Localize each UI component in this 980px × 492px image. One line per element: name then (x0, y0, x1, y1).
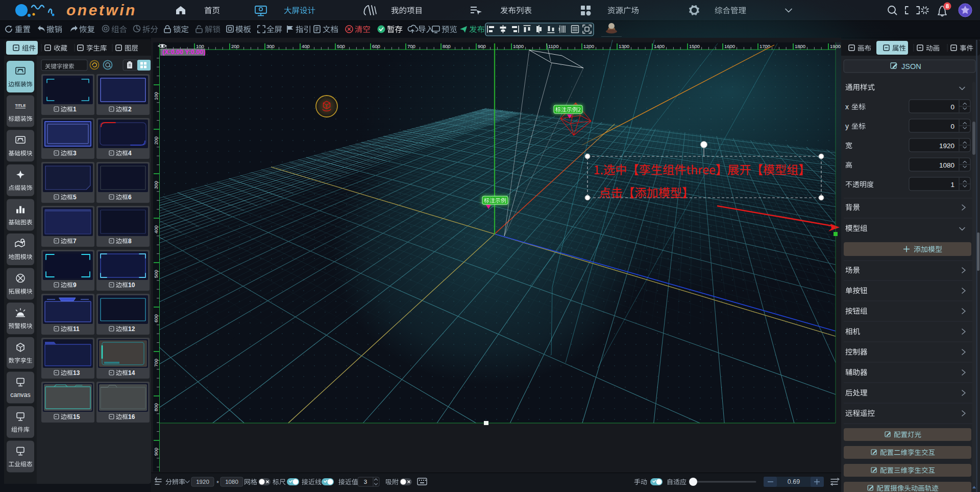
svg-text:15: 15 (73, 413, 80, 420)
svg-text:7: 7 (73, 238, 77, 245)
svg-text:3: 3 (73, 150, 77, 157)
svg-text:1920: 1920 (196, 479, 209, 485)
svg-text:0: 0 (950, 103, 954, 111)
svg-text:onetwin: onetwin (66, 2, 137, 18)
svg-text:500: 500 (337, 43, 345, 49)
svg-text:1920: 1920 (939, 142, 954, 150)
svg-text:9: 9 (73, 282, 77, 289)
svg-text:1080: 1080 (939, 161, 954, 169)
svg-text:4: 4 (128, 150, 132, 157)
svg-text:300: 300 (153, 181, 159, 189)
svg-text:300: 300 (266, 43, 275, 49)
svg-text:canvas: canvas (10, 391, 31, 399)
svg-text:100: 100 (153, 92, 159, 100)
svg-text:TITLE: TITLE (15, 103, 26, 108)
svg-text:8: 8 (128, 238, 132, 245)
svg-text:500: 500 (153, 270, 159, 278)
svg-text:400: 400 (302, 43, 310, 49)
svg-text:16: 16 (128, 413, 135, 420)
svg-text:1080: 1080 (225, 479, 238, 485)
svg-text:800: 800 (153, 403, 159, 411)
svg-text:*: * (216, 479, 219, 487)
svg-text:1100: 1100 (548, 43, 558, 49)
svg-text:(X:0.00 Y:0.00): (X:0.00 Y:0.00) (162, 49, 205, 56)
svg-text:y: y (845, 122, 849, 130)
svg-text:JSON: JSON (901, 62, 921, 71)
svg-text:1: 1 (950, 181, 954, 189)
svg-text:5: 5 (73, 194, 77, 201)
svg-text:1: 1 (73, 106, 77, 113)
svg-text:900: 900 (153, 448, 159, 456)
svg-text:200: 200 (231, 43, 239, 49)
svg-text:700: 700 (153, 359, 159, 367)
svg-text:600: 600 (372, 43, 380, 49)
svg-text:13: 13 (73, 369, 80, 377)
svg-text:200: 200 (153, 136, 159, 145)
svg-text:11: 11 (73, 325, 80, 333)
svg-text:900: 900 (478, 43, 486, 49)
svg-text:0: 0 (950, 123, 954, 130)
svg-text:3: 3 (364, 479, 367, 485)
svg-text:12: 12 (128, 325, 135, 333)
svg-text:700: 700 (407, 43, 415, 49)
svg-text:2: 2 (128, 106, 132, 113)
svg-text:x: x (845, 103, 849, 111)
svg-text:10: 10 (128, 282, 135, 289)
svg-text:8: 8 (946, 3, 949, 9)
svg-text:800: 800 (443, 43, 451, 49)
svg-text:6: 6 (128, 194, 132, 201)
svg-text:0.69: 0.69 (788, 478, 800, 485)
svg-text:600: 600 (153, 314, 159, 322)
svg-text:14: 14 (128, 369, 135, 377)
svg-text:400: 400 (153, 225, 159, 233)
